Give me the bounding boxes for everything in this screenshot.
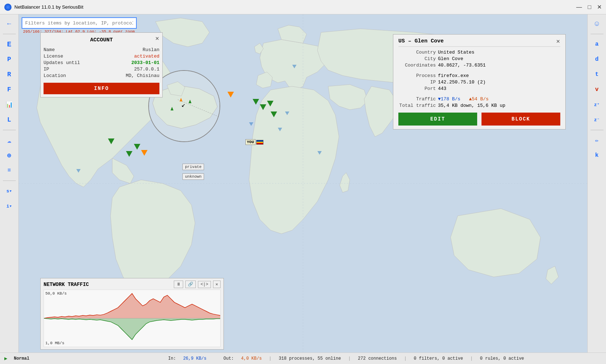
location-panel: US – Glen Cove ✕ Country United States C… [393, 34, 566, 129]
status-play-icon: ▶ [4, 355, 7, 361]
status-processes: 318 processes, 55 online [279, 356, 341, 361]
account-location-label: Location [44, 73, 66, 78]
marker-na-3[interactable] [141, 150, 148, 156]
traffic-panel-controls: ⏸ 🔗 <|> ✕ [174, 281, 221, 288]
loc-row-traffic: Traffic ▼ 178 B/s ▲ 54 B/s [398, 96, 560, 102]
account-row-updates: Updates until 2033-01-01 [44, 60, 159, 65]
traffic-link-btn[interactable]: 🔗 [185, 281, 196, 288]
maximize-button[interactable]: □ [588, 4, 591, 10]
account-panel-close[interactable]: ✕ [155, 36, 159, 41]
marker-eu-5[interactable] [278, 128, 282, 131]
minimize-button[interactable]: — [576, 4, 582, 10]
account-ip-value: 257.0.0.1 [134, 67, 159, 72]
sidebar-item-speed[interactable]: s▾ [3, 185, 16, 197]
loc-total-label: Total traffic [398, 103, 438, 108]
status-mode: Normal [14, 356, 29, 361]
right-divider-1 [591, 34, 603, 34]
loc-separator-1 [398, 69, 560, 72]
account-location-value: MD, Chisinau [126, 73, 159, 78]
left-sidebar: ← E P R F 📊 L ☁ ⊕ ≡ s▾ i▾ [0, 14, 19, 352]
app-title: NetBalancer 11.0.1 by SeriousBit [14, 4, 576, 10]
statusbar: ▶ Normal In: 26,9 KB/s Out: 4,0 KB/s | 3… [0, 352, 606, 364]
loc-traffic-down-icon: ▼ [438, 96, 441, 102]
marker-ru-3[interactable] [317, 151, 322, 155]
account-name-value: Ruslan [143, 47, 159, 53]
loc-traffic-up-icon: ▲ [469, 96, 472, 102]
sidebar-item-v[interactable]: v [591, 83, 603, 96]
sidebar-item-r[interactable]: R [3, 68, 16, 81]
marker-eu-1[interactable] [253, 99, 259, 105]
sidebar-item-info[interactable]: i▾ [3, 200, 16, 213]
filter-input[interactable] [22, 17, 137, 29]
loc-buttons: EDIT BLOCK [398, 113, 560, 126]
sidebar-item-f[interactable]: F [3, 83, 16, 96]
status-sep-1 [37, 356, 161, 361]
sidebar-item-zoom-out[interactable]: z⁻ [591, 113, 603, 126]
sidebar-item-menu[interactable]: ≡ [3, 164, 16, 177]
marker-eu-2[interactable] [267, 101, 273, 106]
legend-unknown: unknown [182, 173, 204, 180]
account-ip-label: IP [44, 67, 49, 72]
close-button[interactable]: ✕ [597, 4, 602, 10]
you-marker: YOU [245, 139, 263, 145]
loc-ip-label: IP [398, 79, 438, 85]
sidebar-item-t[interactable]: t [591, 68, 603, 81]
traffic-chart: 50,0 KB/s [44, 290, 221, 347]
marker-na-2[interactable] [126, 151, 132, 157]
info-button[interactable]: INFO [44, 83, 159, 94]
marker-or-1[interactable] [227, 92, 234, 97]
traffic-panel: NETWORK TRAFFIC ⏸ 🔗 <|> ✕ 50,0 KB/s [40, 278, 224, 350]
sidebar-item-smiley[interactable]: ☺ [591, 17, 603, 30]
loc-ip-value: 142.250.75.10 (2) [438, 79, 486, 85]
location-panel-close[interactable]: ✕ [556, 38, 560, 44]
marker-na-1[interactable] [108, 138, 114, 144]
svg-marker-10 [44, 318, 220, 340]
marker-eu-3[interactable] [260, 104, 266, 110]
sidebar-item-l[interactable]: L [3, 113, 16, 126]
marker-eu-4[interactable] [249, 122, 253, 126]
sidebar-item-d[interactable]: d [591, 53, 603, 66]
map-area[interactable]: 295/166: 327/184: Lat 62.9 Lon: -35.8 ov… [19, 14, 587, 352]
sidebar-item-stats[interactable]: 📊 [3, 98, 16, 111]
edit-button[interactable]: EDIT [398, 113, 477, 126]
loc-row-ip: IP 142.250.75.10 (2) [398, 79, 560, 85]
status-connections: 272 connections [358, 356, 397, 361]
sidebar-item-k[interactable]: k [591, 149, 603, 162]
sidebar-item-toggle[interactable]: ⊕ [3, 149, 16, 162]
divider-3 [3, 181, 16, 181]
marker-eu-6[interactable] [271, 112, 277, 117]
traffic-panel-header: NETWORK TRAFFIC ⏸ 🔗 <|> ✕ [44, 281, 221, 288]
block-button[interactable]: BLOCK [481, 113, 560, 126]
marker-na-5[interactable] [76, 169, 81, 173]
account-updates-value: 2033-01-01 [131, 60, 159, 65]
sidebar-item-back[interactable]: ← [3, 17, 16, 30]
traffic-expand-btn[interactable]: <|> [198, 281, 211, 288]
marker-na-4[interactable] [134, 144, 140, 150]
loc-port-label: Port [398, 86, 438, 91]
location-panel-header: US – Glen Cove ✕ [398, 38, 560, 47]
loc-row-port: Port 443 [398, 86, 560, 91]
you-label: YOU [245, 139, 255, 145]
sidebar-item-p[interactable]: P [3, 53, 16, 66]
loc-row-country: Country United States [398, 50, 560, 55]
right-divider-2 [591, 130, 603, 130]
sidebar-item-cloud[interactable]: ☁ [3, 134, 16, 147]
sidebar-item-zoom-in[interactable]: z⁺ [591, 98, 603, 111]
loc-traffic-down-value: 178 B/s [441, 96, 461, 102]
status-sep-5: | [404, 356, 407, 361]
location-panel-title: US – Glen Cove [398, 38, 444, 44]
marker-ru-1[interactable] [292, 65, 297, 68]
traffic-close-btn[interactable]: ✕ [213, 281, 221, 288]
window-controls: — □ ✕ [576, 4, 602, 10]
account-name-label: Name [44, 47, 55, 53]
account-row-license: License activated [44, 54, 159, 59]
marker-ru-2[interactable] [285, 112, 289, 115]
traffic-pause-btn[interactable]: ⏸ [174, 281, 183, 288]
loc-coords-label: Coordinates [398, 63, 438, 68]
loc-country-label: Country [398, 50, 438, 55]
status-out-label: Out: [223, 356, 234, 361]
you-flag [256, 140, 263, 145]
sidebar-item-a[interactable]: a [591, 38, 603, 51]
sidebar-item-e[interactable]: E [3, 38, 16, 51]
sidebar-item-draw[interactable]: ✏ [591, 134, 603, 147]
